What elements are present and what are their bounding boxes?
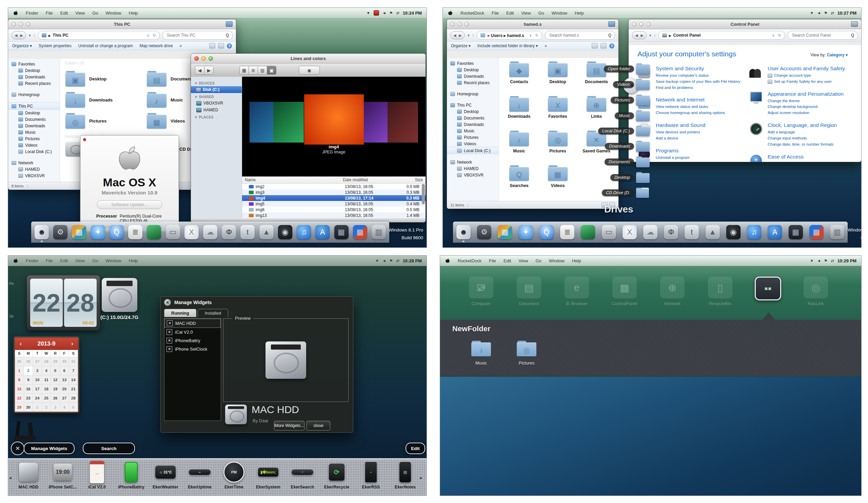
- volume-icon[interactable]: ◄: [382, 259, 386, 263]
- sidebar-item[interactable]: VBOXSVR: [8, 172, 60, 179]
- search-box[interactable]: Q: [545, 31, 615, 40]
- address-dropdown-icon[interactable]: ∨: [772, 33, 775, 38]
- stack-item-icon[interactable]: [636, 126, 650, 136]
- menu-item[interactable]: Window: [552, 11, 567, 16]
- category-title[interactable]: User Accounts and Family Safety: [768, 66, 845, 72]
- address-dropdown-icon[interactable]: ∨: [147, 33, 149, 38]
- calendar-cell[interactable]: 13: [60, 375, 69, 384]
- nav-buttons[interactable]: ◀▶: [450, 31, 465, 39]
- system-properties-button[interactable]: System properties: [39, 43, 72, 48]
- file-row[interactable]: img6 13/08/13, 16:05 0.5 MB: [242, 207, 425, 212]
- calendar-cell[interactable]: 4: [60, 403, 69, 412]
- network-icon[interactable]: ⇄: [831, 11, 834, 15]
- sidebar-item[interactable]: Downloads: [447, 121, 498, 128]
- category-link[interactable]: Change date, time, or number formats: [768, 142, 837, 148]
- menu-item[interactable]: View: [521, 11, 531, 16]
- checkbox[interactable]: ✕: [166, 346, 172, 352]
- calendar-cell[interactable]: 19: [51, 384, 60, 393]
- this-pc-titlebar[interactable]: This PC: [8, 19, 236, 29]
- checkbox[interactable]: ✕: [166, 329, 172, 335]
- category-link[interactable]: Let Windows suggest settings: [768, 161, 819, 162]
- titlebar[interactable]: Control Panel: [629, 19, 861, 29]
- app-tray-icon[interactable]: [374, 10, 379, 16]
- calendar-cell[interactable]: 17: [33, 384, 42, 393]
- search-input[interactable]: [166, 33, 224, 38]
- stack-item[interactable]: Pictures: [636, 95, 682, 105]
- sidebar-item[interactable]: Favorites: [447, 60, 498, 67]
- file-row[interactable]: img13 13/08/13, 16:05 1.4 MB: [242, 212, 425, 218]
- viewer-titlebar[interactable]: Lines and colors: [191, 54, 425, 63]
- clock-time[interactable]: 10:24 PM: [403, 11, 422, 16]
- sidebar-item[interactable]: Videos: [8, 142, 60, 148]
- close-button[interactable]: close: [307, 421, 330, 430]
- calendar-cell[interactable]: 30: [24, 403, 33, 412]
- stack-item-icon[interactable]: [636, 157, 650, 167]
- sidebar-item[interactable]: Desktop: [8, 110, 60, 116]
- menu-item[interactable]: Finder: [26, 11, 38, 16]
- sidebar-item[interactable]: Homegroup: [447, 91, 498, 97]
- menu-item[interactable]: Window: [106, 258, 121, 263]
- sidebar-item[interactable]: HAMED: [447, 165, 498, 172]
- sidebar-item[interactable]: Desktop: [447, 67, 498, 73]
- file-row[interactable]: img4 13/08/13, 17:14 0.3 MB: [242, 195, 425, 201]
- desktop-icon[interactable]: ▯ RecycleBin: [702, 276, 739, 306]
- desktop-icon[interactable]: ⊕ Network: [654, 276, 691, 306]
- calendar-next-button[interactable]: ›: [66, 340, 78, 347]
- widget-dock-item[interactable]: MAC HDD: [13, 462, 44, 490]
- menu-item[interactable]: Window: [106, 11, 121, 16]
- sidebar-item[interactable]: VBOXSVR: [447, 172, 498, 178]
- calendar-cell[interactable]: 27: [60, 393, 69, 403]
- file-row[interactable]: img5 13/08/13, 16:05 0.4 MB: [242, 201, 425, 207]
- dropdown-arrow-icon[interactable]: ▼: [366, 11, 370, 15]
- folder-tile[interactable]: ▣ Desktop: [65, 68, 143, 89]
- tab-running[interactable]: Running: [164, 309, 196, 317]
- calendar-prev-button[interactable]: ‹: [15, 340, 27, 347]
- desktop-icon-image[interactable]: ⊕: [660, 276, 684, 298]
- search-input[interactable]: [792, 33, 849, 38]
- sidebar-item[interactable]: This PC: [447, 102, 498, 108]
- desktop-icon-image[interactable]: ▪▪: [755, 276, 781, 300]
- panel-folder-pictures[interactable]: ◎ Pictures: [511, 341, 542, 365]
- calendar-cell[interactable]: 25: [15, 357, 24, 366]
- sidebar-disk-c[interactable]: Disk (C:): [191, 86, 242, 93]
- category-link[interactable]: Change input methods: [768, 135, 837, 142]
- sidebar-item[interactable]: Pictures: [447, 134, 498, 141]
- desktop-icon-image[interactable]: 🖳: [469, 276, 493, 298]
- apple-menu-icon[interactable]: [445, 258, 450, 263]
- desktop-icon-image[interactable]: ◎: [804, 276, 828, 298]
- sidebar-item[interactable]: Music: [447, 128, 498, 134]
- name-column-header[interactable]: Name: [242, 178, 340, 182]
- up-button[interactable]: ↑: [472, 33, 474, 37]
- stack-item[interactable]: Downloads: [636, 141, 682, 152]
- sidebar-item[interactable]: Pictures: [8, 135, 60, 142]
- desktop-icon-image[interactable]: e: [565, 276, 589, 298]
- widget-dock-item[interactable]: ▪▪ EkerUptime: [184, 462, 215, 490]
- sidebar-item[interactable]: Documents: [8, 116, 60, 122]
- flag-icon[interactable]: ⚑: [390, 259, 393, 263]
- nav-dropdown-icon[interactable]: ▾: [649, 33, 651, 38]
- menu-item[interactable]: File: [489, 258, 496, 263]
- calendar-cell[interactable]: 14: [69, 375, 78, 384]
- widget-list-item[interactable]: ✕ MAC HDD: [164, 319, 221, 328]
- network-icon[interactable]: ⇄: [396, 259, 399, 263]
- panel-folder-music[interactable]: ♪ Music: [466, 341, 496, 365]
- sidebar-item[interactable]: Music: [8, 129, 60, 135]
- scrollbar[interactable]: [422, 184, 425, 204]
- folder-tile[interactable]: ↓ Downloads: [65, 89, 143, 110]
- category-title[interactable]: Appearance and Personalization: [768, 91, 844, 97]
- widget-list-item[interactable]: ✕ iPhoneBattry: [164, 336, 221, 345]
- sidebar-item[interactable]: Homegroup: [8, 91, 60, 98]
- sidebar-item[interactable]: Desktop: [8, 67, 60, 74]
- calendar-cell[interactable]: 1: [33, 403, 42, 412]
- flag-icon[interactable]: ⚑: [824, 11, 828, 15]
- apple-menu-icon[interactable]: [447, 10, 453, 16]
- dock-scroll-right-icon[interactable]: ▸: [420, 475, 425, 481]
- calendar-cell[interactable]: 26: [24, 357, 33, 366]
- calendar-cell[interactable]: 30: [60, 357, 69, 366]
- volume-icon[interactable]: ◄: [817, 11, 821, 15]
- folder-tile[interactable]: ▣ Desktop: [539, 61, 577, 96]
- dropdown-arrow-icon[interactable]: ▼: [375, 259, 379, 263]
- desktop-icon-image[interactable]: ▤: [517, 276, 541, 298]
- more-widgets-button[interactable]: More Widgets...: [274, 421, 304, 430]
- menu-item[interactable]: Edit: [60, 11, 68, 16]
